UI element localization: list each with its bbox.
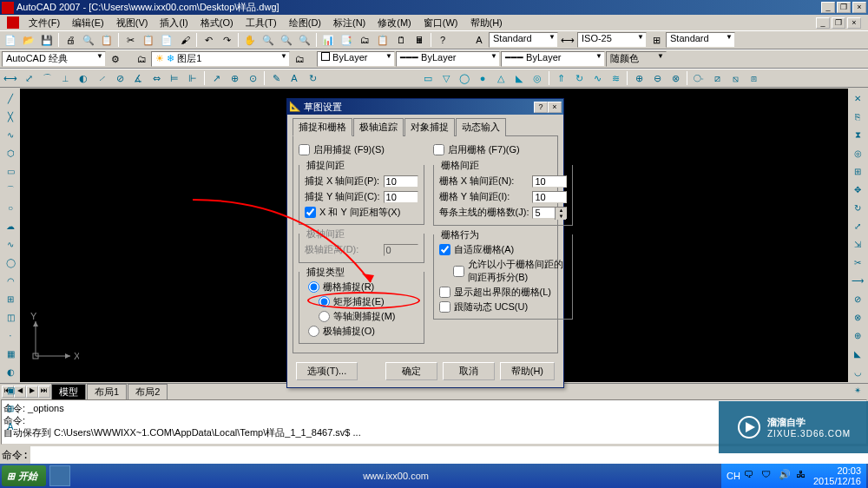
table-style-combo[interactable]: Standard (666, 32, 735, 48)
dim-jogged-icon[interactable]: ⟋ (93, 69, 110, 87)
dim-quick-icon[interactable]: ⇔ (148, 69, 165, 87)
grid-x-input[interactable] (532, 175, 567, 188)
mdi-restore-button[interactable]: ❐ (832, 17, 845, 29)
dim-edit-icon[interactable]: ✎ (267, 69, 285, 87)
xline-icon[interactable]: ╳ (2, 109, 19, 126)
block-icon[interactable]: ◫ (2, 309, 19, 326)
redo-icon[interactable]: ↷ (218, 31, 235, 49)
grid-adaptive-checkbox[interactable] (439, 244, 450, 255)
move-icon[interactable]: ✥ (849, 181, 866, 199)
menu-dim[interactable]: 标注(N) (328, 16, 371, 30)
rectangle-icon[interactable]: ▭ (2, 163, 19, 181)
text-style-icon[interactable]: A (470, 31, 488, 49)
copy2-icon[interactable]: ⎘ (849, 109, 866, 126)
gradient-icon[interactable]: ◐ (2, 364, 19, 381)
lineweight-combo[interactable]: ━━━ ByLayer (501, 51, 605, 67)
tab-osnap[interactable]: 对象捕捉 (404, 118, 455, 136)
paste-icon[interactable]: 📄 (158, 31, 175, 49)
snap-enable-checkbox[interactable] (299, 144, 310, 155)
qcalc-icon[interactable]: 🖩 (411, 31, 428, 49)
save-icon[interactable]: 💾 (38, 31, 56, 49)
color-combo[interactable]: ByLayer (317, 51, 395, 67)
dim-style-combo[interactable]: ISO-25 (577, 32, 647, 48)
revolve-icon[interactable]: ↻ (570, 69, 588, 87)
solids-pyr-icon[interactable]: △ (492, 69, 510, 87)
revcloud-icon[interactable]: ☁ (2, 218, 19, 235)
dim-update-icon[interactable]: ↻ (304, 69, 321, 87)
offset-icon[interactable]: ◎ (849, 145, 866, 162)
layer-combo[interactable]: ☀ ❄ 图层1 (151, 51, 290, 67)
sweep-icon[interactable]: ∿ (589, 69, 606, 87)
markup-icon[interactable]: 🗒 (392, 31, 410, 49)
tab-last-icon[interactable]: ⏭ (38, 386, 50, 398)
solids-torus-icon[interactable]: ◎ (529, 69, 546, 87)
snap-polar-radio[interactable] (308, 326, 319, 337)
menu-tools[interactable]: 工具(T) (240, 16, 282, 30)
chamfer-icon[interactable]: ◣ (849, 346, 866, 363)
cut-icon[interactable]: ✂ (122, 31, 139, 49)
solids-cyl-icon[interactable]: ◯ (456, 69, 473, 87)
leader-icon[interactable]: ↗ (207, 69, 225, 87)
grid-subdiv-checkbox[interactable] (453, 266, 464, 277)
erase-icon[interactable]: ✕ (849, 90, 866, 108)
grid-follow-ucs-checkbox[interactable] (439, 301, 450, 313)
menu-modify[interactable]: 修改(M) (372, 16, 417, 30)
workspace-settings-icon[interactable]: ⚙ (107, 50, 124, 68)
zoom-window-icon[interactable]: 🔍 (278, 31, 295, 49)
help-icon[interactable]: ? (434, 31, 451, 49)
taskbar-app-autocad[interactable] (49, 465, 70, 486)
mtext-icon[interactable]: A (2, 419, 19, 436)
linetype-combo[interactable]: ━━━ ByLayer (396, 51, 500, 67)
menu-window[interactable]: 窗口(W) (418, 16, 464, 30)
join-icon[interactable]: ⊕ (849, 327, 866, 345)
extrude-icon[interactable]: ⇑ (552, 69, 569, 87)
dim-text-edit-icon[interactable]: A (286, 69, 303, 87)
grid-y-input[interactable] (532, 191, 567, 203)
solids-sphere-icon[interactable]: ● (474, 69, 491, 87)
interfere-icon[interactable]: ⧅ (727, 69, 744, 87)
rotate-icon[interactable]: ↻ (849, 200, 866, 217)
solids-wedge-icon[interactable]: ◣ (510, 69, 528, 87)
zoom-prev-icon[interactable]: 🔍 (296, 31, 313, 49)
layer-mgr-icon[interactable]: 🗂 (133, 50, 150, 68)
grid-major-spinner[interactable]: 5 (532, 207, 567, 219)
dc-icon[interactable]: 📑 (338, 31, 355, 49)
menu-draw[interactable]: 绘图(D) (284, 16, 326, 30)
snap-x-input[interactable] (384, 175, 418, 188)
tab-layout1[interactable]: 布局1 (87, 384, 127, 399)
snap-iso-radio[interactable] (319, 311, 330, 322)
open-icon[interactable]: 📂 (20, 31, 37, 49)
dialog-close-button[interactable]: × (548, 102, 562, 113)
section-icon[interactable]: ⧄ (708, 69, 726, 87)
dim-radius-icon[interactable]: ◐ (75, 69, 92, 87)
line-icon[interactable]: ╱ (2, 90, 19, 108)
copy-icon[interactable]: 📋 (140, 31, 157, 49)
dialog-titlebar[interactable]: 📐 草图设置 ? × (287, 99, 563, 115)
match-icon[interactable]: 🖌 (176, 31, 194, 49)
publish-icon[interactable]: 📋 (98, 31, 115, 49)
snap-equal-checkbox[interactable] (305, 207, 316, 218)
menu-help[interactable]: 帮助(H) (465, 16, 508, 30)
dim-aligned-icon[interactable]: ⤢ (20, 69, 37, 87)
ime-indicator[interactable]: CH (727, 471, 740, 481)
dim-baseline-icon[interactable]: ⊨ (166, 69, 183, 87)
menu-view[interactable]: 视图(V) (111, 16, 154, 30)
dim-ordinate-icon[interactable]: ⟂ (56, 69, 74, 87)
solids-cone-icon[interactable]: ▽ (437, 69, 455, 87)
help-button[interactable]: 帮助(H) (500, 362, 555, 380)
mirror-icon[interactable]: ⧗ (849, 127, 866, 144)
menu-file[interactable]: 文件(F) (23, 16, 65, 30)
tray-icon-2[interactable]: 🛡 (761, 469, 775, 483)
break-icon[interactable]: ⊗ (849, 309, 866, 326)
ok-button[interactable]: 确定 (385, 362, 437, 380)
slice-icon[interactable]: ⧃ (690, 69, 707, 87)
zoom-realtime-icon[interactable]: 🔍 (260, 31, 277, 49)
snap-grid-radio[interactable] (308, 281, 319, 293)
stretch-icon[interactable]: ⇲ (849, 236, 866, 254)
tray-volume-icon[interactable]: 🔊 (779, 469, 792, 483)
workspace-combo[interactable]: AutoCAD 经典 (2, 51, 106, 67)
snap-rect-radio[interactable] (319, 296, 330, 307)
tab-next-icon[interactable]: ▶ (26, 386, 38, 398)
tab-snap-grid[interactable]: 捕捉和栅格 (293, 118, 352, 136)
center-mark-icon[interactable]: ⊙ (244, 69, 261, 87)
